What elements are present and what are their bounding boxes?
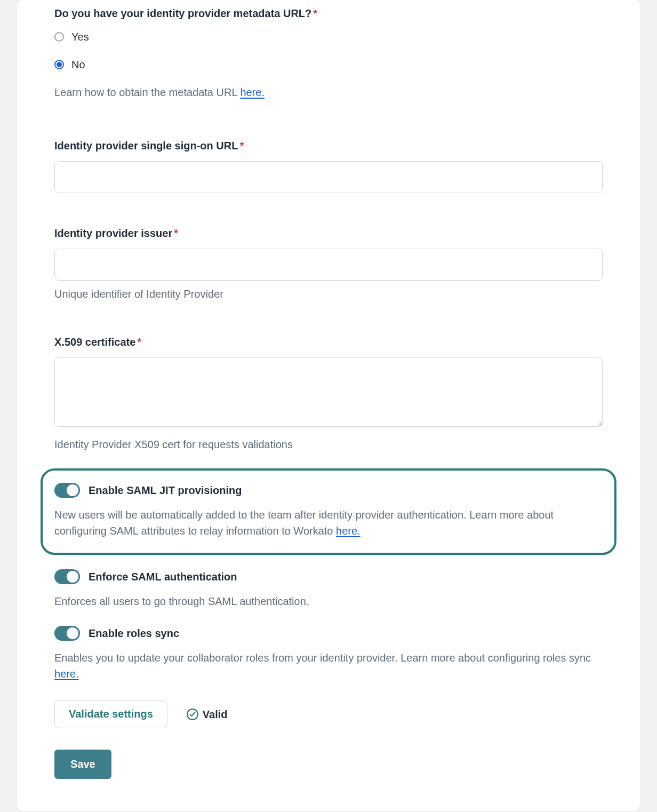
settings-card: Do you have your identity provider metad… [17,0,640,811]
enforce-toggle-label: Enforce SAML authentication [89,569,237,585]
radio-yes-button[interactable] [54,32,64,42]
jit-toggle-label: Enable SAML JIT provisioning [89,482,242,498]
jit-toggle-row: Enable SAML JIT provisioning [54,482,603,498]
enforce-toggle[interactable] [54,569,80,584]
toggle-knob [67,627,78,639]
roles-sync-desc-text: Enables you to update your collaborator … [54,652,591,664]
roles-sync-desc: Enables you to update your collaborator … [54,650,603,682]
sso-url-label: Identity provider single sign-on URL* [54,138,603,154]
jit-desc-link[interactable]: here. [336,525,360,537]
metadata-url-label-text: Do you have your identity provider metad… [54,7,311,19]
jit-toggle[interactable] [54,483,80,498]
metadata-url-field: Do you have your identity provider metad… [54,0,603,111]
x509-helper: Identity Provider X509 cert for requests… [54,436,603,452]
roles-sync-toggle-label: Enable roles sync [89,625,179,641]
enforce-desc: Enforces all users to go through SAML au… [54,593,603,609]
check-circle-icon [187,708,198,720]
radio-no-label: No [71,57,85,73]
required-asterisk: * [239,140,244,152]
sso-url-label-text: Identity provider single sign-on URL [54,140,238,152]
roles-sync-toggle-row: Enable roles sync [54,625,603,641]
metadata-helper-link[interactable]: here. [240,86,265,98]
x509-textarea[interactable] [54,357,603,427]
valid-status-text: Valid [203,706,228,722]
issuer-label: Identity provider issuer* [54,225,603,241]
valid-status: Valid [187,706,228,722]
validate-settings-button[interactable]: Validate settings [54,700,167,728]
roles-sync-section: Enable roles sync Enables you to update … [54,615,603,687]
x509-field: X.509 certificate* Identity Provider X50… [54,329,603,463]
toggle-knob [67,484,78,496]
metadata-helper-text: Learn how to obtain the metadata URL [54,86,240,98]
x509-label: X.509 certificate* [54,334,603,350]
jit-highlight-box: Enable SAML JIT provisioning New users w… [41,468,616,555]
radio-yes[interactable]: Yes [54,29,603,45]
jit-desc: New users will be automatically added to… [54,507,603,539]
radio-no[interactable]: No [54,57,603,73]
radio-yes-label: Yes [71,29,89,45]
sso-url-input[interactable] [54,161,603,193]
required-asterisk: * [137,336,141,348]
issuer-input[interactable] [54,249,603,281]
x509-label-text: X.509 certificate [54,336,135,348]
sso-url-field: Identity provider single sign-on URL* [54,132,603,204]
enforce-toggle-row: Enforce SAML authentication [54,569,603,585]
save-button[interactable]: Save [54,750,111,779]
roles-sync-toggle[interactable] [54,626,80,641]
actions-row: Validate settings Valid [54,700,603,728]
roles-sync-desc-link[interactable]: here. [54,668,79,680]
issuer-helper: Unique identifier of Identity Provider [54,286,603,302]
required-asterisk: * [313,7,317,19]
required-asterisk: * [174,227,178,239]
enforce-section: Enforce SAML authentication Enforces all… [54,558,603,615]
jit-desc-text: New users will be automatically added to… [54,509,554,537]
metadata-url-label: Do you have your identity provider metad… [54,5,603,21]
issuer-label-text: Identity provider issuer [54,227,172,239]
issuer-field: Identity provider issuer* Unique identif… [54,220,603,313]
toggle-knob [67,571,78,583]
radio-no-button[interactable] [54,60,64,69]
metadata-url-helper: Learn how to obtain the metadata URL her… [54,84,603,100]
